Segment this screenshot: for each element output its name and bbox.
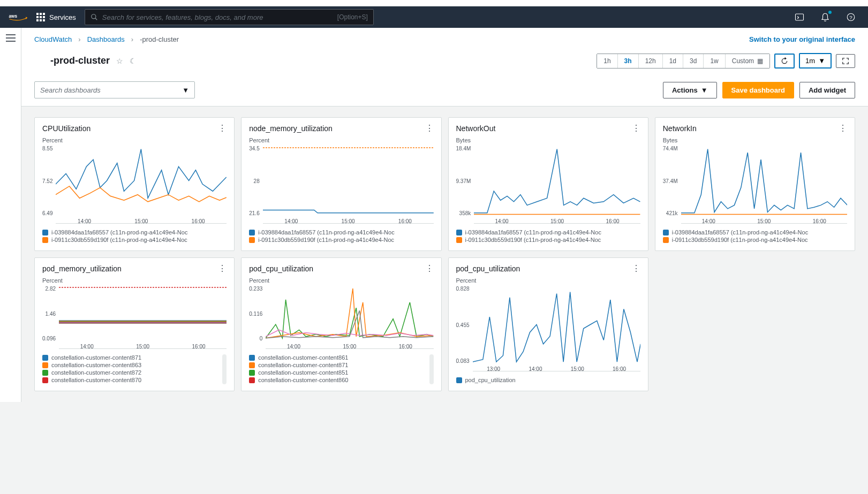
legend-label: pod_cpu_utilization [465,377,516,383]
legend-item[interactable]: i-039884daa1fa68557 (c11n-prod-ng-a41c49… [249,229,433,235]
legend: pod_cpu_utilization [456,377,640,384]
widget-menu-icon[interactable]: ⋮ [218,124,227,133]
widget-menu-icon[interactable]: ⋮ [218,264,227,273]
legend-item[interactable]: i-0911c30db559d190f (c11n-prod-ng-a41c49… [42,237,227,243]
legend-swatch [249,370,255,376]
widget-title: pod_cpu_utilization [456,264,520,273]
time-range-1h[interactable]: 1h [597,54,617,68]
time-range-Custom[interactable]: Custom ▦ [726,54,769,68]
x-axis: 14:0015:0016:00 [266,344,433,349]
widget-unit: Percent [249,137,433,143]
widget-unit: Percent [42,137,227,143]
refresh-button[interactable] [774,54,795,69]
global-search[interactable]: [Option+S] [85,9,374,25]
widget-unit: Percent [42,277,227,284]
time-range-selector: 1h3h12h1d3d1wCustom ▦ [597,54,770,69]
breadcrumb-dashboards[interactable]: Dashboards [87,35,125,43]
legend-item[interactable]: constellation-customer-content851 [249,369,433,376]
legend-swatch [42,362,48,368]
legend-item[interactable]: i-0911c30db559d190f (c11n-prod-ng-a41c49… [249,237,433,243]
bookmark-bar [0,0,868,6]
widget-NetworkIn: NetworkIn ⋮ Bytes 74.4M37.4M421k 14:0015… [655,117,855,251]
cloudshell-icon[interactable] [791,9,808,26]
x-axis: 14:0015:0016:00 [474,218,640,224]
widget-menu-icon[interactable]: ⋮ [425,264,434,273]
fullscreen-button[interactable] [836,54,855,68]
title-row: -prod-cluster ☆ ☾ 1h3h12h1d3d1wCustom ▦ … [21,51,868,76]
hamburger-icon[interactable] [6,34,16,42]
switch-interface-link[interactable]: Switch to your original interface [749,35,855,43]
y-axis: 34.52821.6 [249,146,262,224]
legend-item[interactable]: i-039884daa1fa68557 (c11n-prod-ng-a41c49… [456,229,640,235]
chevron-right-icon: › [78,35,80,43]
notification-dot [828,11,832,14]
legend-label: i-0911c30db559d190f (c11n-prod-ng-a41c49… [672,237,808,243]
dashboard-search[interactable]: Search dashboards ▼ [34,81,195,98]
services-button[interactable]: Services [36,13,76,21]
moon-icon[interactable]: ☾ [130,57,137,65]
caret-down-icon: ▼ [182,86,189,94]
legend-item[interactable]: constellation-customer-content870 [42,377,227,383]
legend-item[interactable]: i-0911c30db559d190f (c11n-prod-ng-a41c49… [663,237,847,243]
time-range-3h[interactable]: 3h [618,54,639,68]
refresh-interval-dropdown[interactable]: 1m ▼ [799,53,832,69]
legend: i-039884daa1fa68557 (c11n-prod-ng-a41c49… [42,229,227,244]
chart-area[interactable]: 8.557.526.49 14:0015:0016:00 [42,146,227,224]
legend-item[interactable]: constellation-customer-content860 [249,377,433,383]
y-axis: 0.2330.1160 [249,286,266,349]
add-widget-button[interactable]: Add widget [799,82,855,98]
widget-menu-icon[interactable]: ⋮ [632,124,640,133]
legend-item[interactable]: constellation-customer-content872 [42,369,227,376]
legend-item[interactable]: i-0911c30db559d190f (c11n-prod-ng-a41c49… [456,237,640,243]
legend: constellation-customer-content861constel… [249,354,433,384]
save-dashboard-button[interactable]: Save dashboard [722,82,794,98]
action-row: Search dashboards ▼ Actions▼ Save dashbo… [21,76,868,107]
legend-swatch [249,237,255,243]
legend-label: i-039884daa1fa68557 (c11n-prod-ng-a41c49… [465,229,601,235]
time-range-12h[interactable]: 12h [639,54,663,68]
x-axis: 14:0015:0016:00 [59,344,227,349]
sidebar-collapsed [0,28,21,402]
svg-text:aws: aws [9,14,18,19]
legend-swatch [42,230,48,235]
chart-area[interactable]: 34.52821.6 14:0015:0016:00 [249,146,433,224]
widget-unit: Percent [456,277,640,284]
time-range-1d[interactable]: 1d [663,54,683,68]
legend-item[interactable]: pod_cpu_utilization [456,377,640,383]
legend-item[interactable]: constellation-customer-content871 [249,362,433,368]
widget-menu-icon[interactable]: ⋮ [425,124,434,133]
svg-line-2 [95,18,97,20]
time-range-3d[interactable]: 3d [683,54,704,68]
chart-area[interactable]: 0.8280.4550.083 13:0014:0015:0016:00 [456,286,640,371]
legend-swatch [42,355,48,361]
legend-item[interactable]: constellation-customer-content863 [42,362,227,368]
help-icon[interactable]: ? [842,9,859,26]
notifications-icon[interactable] [817,9,834,26]
chart-area[interactable]: 18.4M9.37M358k 14:0015:0016:00 [456,146,640,224]
legend-swatch [663,230,669,235]
breadcrumb-cloudwatch[interactable]: CloudWatch [34,35,72,43]
legend-item[interactable]: constellation-customer-content861 [249,354,433,361]
aws-logo[interactable]: aws [9,13,28,21]
legend-swatch [249,377,255,383]
chart-area[interactable]: 74.4M37.4M421k 14:0015:0016:00 [663,146,847,224]
search-input[interactable] [102,13,333,21]
widget-unit: Percent [249,277,433,284]
legend-item[interactable]: i-039884daa1fa68557 (c11n-prod-ng-a41c49… [42,229,227,235]
chart-area[interactable]: 0.2330.1160 14:0015:0016:00 [249,286,433,349]
time-range-1w[interactable]: 1w [704,54,725,68]
refresh-interval-label: 1m [805,57,815,65]
chart-area[interactable]: 2.821.460.096 14:0015:0016:00 [42,286,227,349]
legend-swatch [249,355,255,361]
legend-item[interactable]: constellation-customer-content871 [42,354,227,361]
widget-menu-icon[interactable]: ⋮ [839,124,847,133]
plot: 14:0015:0016:00 [263,146,434,224]
widget-menu-icon[interactable]: ⋮ [632,264,640,273]
widget-title: pod_memory_utilization [42,264,122,273]
widget-unit: Bytes [456,137,640,143]
legend-swatch [42,377,48,383]
widget-pod_cpu_utilization: pod_cpu_utilization ⋮ Percent 0.8280.455… [448,257,648,391]
legend-item[interactable]: i-039884daa1fa68557 (c11n-prod-ng-a41c49… [663,229,847,235]
star-icon[interactable]: ☆ [116,57,123,65]
actions-button[interactable]: Actions▼ [663,82,717,98]
